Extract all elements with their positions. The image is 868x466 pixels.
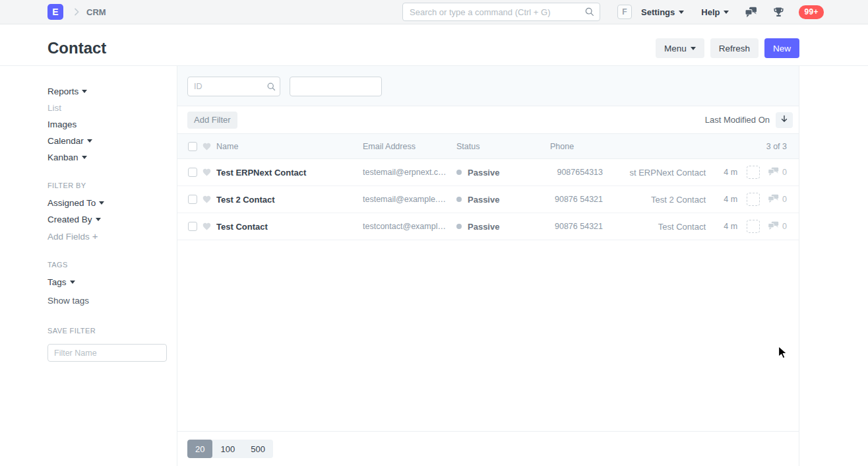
page-size-20[interactable]: 20	[187, 440, 212, 458]
status-dot-icon	[456, 224, 462, 229]
comment-count-group: 0	[768, 194, 787, 205]
heart-icon[interactable]	[202, 222, 212, 232]
add-fields-label: Add Fields	[47, 232, 90, 242]
calendar-label: Calendar	[47, 136, 84, 146]
page-size-500[interactable]: 500	[243, 440, 273, 458]
row-email: testemail@example.…	[363, 195, 450, 204]
sidebar-item-kanban[interactable]: Kanban	[47, 152, 168, 162]
tags-label: Tags	[47, 277, 67, 287]
row-checkbox[interactable]	[188, 195, 197, 204]
page-size-selector: 20 100 500	[187, 440, 273, 458]
add-fields-button[interactable]: Add Fields+	[47, 231, 168, 242]
save-filter-heading: SAVE FILTER	[47, 327, 168, 335]
chevron-down-icon	[679, 11, 684, 14]
sort-direction-button[interactable]	[776, 112, 793, 128]
page-size-100[interactable]: 100	[212, 440, 243, 458]
status-label: Passive	[468, 195, 499, 205]
row-name-link[interactable]: Test Contact	[216, 222, 363, 232]
row-modified-time: 4 m	[718, 222, 737, 231]
comment-count: 0	[782, 222, 787, 231]
chevron-down-icon	[99, 201, 104, 205]
help-menu[interactable]: Help	[701, 7, 729, 17]
navbar: E CRM F Settings Help 99+	[0, 0, 868, 24]
row-doc-title: st ERPNext Contact	[629, 168, 706, 178]
tags-heading: TAGS	[47, 261, 168, 269]
global-search[interactable]	[402, 3, 600, 21]
secondary-filter-input[interactable]	[290, 77, 382, 96]
page-actions: Menu Refresh New	[656, 38, 799, 58]
heart-icon[interactable]	[202, 195, 212, 205]
breadcrumb[interactable]: CRM	[86, 7, 106, 17]
comment-count: 0	[782, 168, 787, 177]
user-avatar[interactable]: F	[617, 5, 632, 19]
sidebar-item-assigned-to[interactable]: Assigned To	[47, 198, 168, 208]
row-meta: st ERPNext Contact 4 m 0	[629, 166, 799, 179]
sort-field-label[interactable]: Last Modified On	[705, 115, 770, 125]
sidebar-item-list[interactable]: List	[47, 103, 168, 113]
settings-menu[interactable]: Settings	[641, 7, 684, 17]
list-header-row: Name Email Address Status Phone 3 of 3	[177, 134, 799, 159]
record-count: 3 of 3	[766, 142, 799, 151]
status-dot-icon	[456, 197, 462, 202]
row-email: testemail@erpnext.c…	[363, 168, 450, 177]
row-meta: Test 2 Contact 4 m 0	[651, 193, 799, 206]
sidebar-item-images[interactable]: Images	[47, 119, 168, 129]
row-checkbox[interactable]	[188, 168, 197, 177]
status-dot-icon	[456, 170, 462, 175]
notification-badge[interactable]: 99+	[799, 5, 823, 19]
chevron-down-icon	[724, 11, 729, 14]
comment-bubbles-icon	[768, 167, 779, 178]
table-row[interactable]: Test Contact testcontact@exampl… Passive…	[177, 213, 799, 240]
column-header-phone[interactable]: Phone	[550, 142, 603, 151]
search-icon	[266, 82, 276, 94]
sidebar-item-created-by[interactable]: Created By	[47, 215, 168, 224]
comment-bubbles-icon	[768, 194, 779, 205]
sidebar-item-reports[interactable]: Reports	[47, 86, 168, 96]
refresh-button[interactable]: Refresh	[710, 38, 759, 58]
new-button[interactable]: New	[764, 38, 799, 58]
row-status: Passive	[456, 195, 550, 205]
chevron-down-icon	[70, 281, 75, 284]
row-doc-title: Test Contact	[658, 222, 706, 232]
chat-bubbles-icon[interactable]	[745, 7, 757, 18]
app-logo[interactable]: E	[47, 4, 63, 20]
navbar-right: F Settings Help 99+	[617, 0, 824, 24]
assign-add-box[interactable]	[747, 166, 760, 179]
row-name-link[interactable]: Test ERPNext Contact	[216, 168, 363, 178]
add-filter-button[interactable]: Add Filter	[187, 112, 237, 129]
refresh-label: Refresh	[719, 44, 750, 53]
new-label: New	[773, 44, 791, 53]
comment-count-group: 0	[768, 221, 787, 232]
search-input[interactable]	[402, 3, 600, 21]
column-header-email[interactable]: Email Address	[363, 142, 450, 151]
heart-icon[interactable]	[202, 168, 212, 178]
heart-icon[interactable]	[202, 141, 212, 151]
show-tags-button[interactable]: Show tags	[47, 296, 168, 306]
list-label: List	[47, 103, 61, 113]
table-row[interactable]: Test 2 Contact testemail@example.… Passi…	[177, 186, 799, 213]
list-rows: Test ERPNext Contact testemail@erpnext.c…	[177, 159, 799, 240]
chevron-down-icon	[691, 47, 696, 50]
reports-label: Reports	[47, 86, 78, 96]
column-header-status[interactable]: Status	[456, 142, 550, 151]
search-icon	[584, 7, 595, 20]
sidebar-item-calendar[interactable]: Calendar	[47, 136, 168, 146]
chevron-down-icon	[82, 156, 87, 159]
list-view: Add Filter Last Modified On Name Email A…	[177, 66, 799, 466]
row-modified-time: 4 m	[718, 195, 737, 204]
chevron-down-icon	[96, 218, 101, 221]
row-name-link[interactable]: Test 2 Contact	[216, 195, 363, 205]
sidebar-item-tags[interactable]: Tags	[47, 277, 168, 287]
standard-filter-section	[177, 66, 799, 106]
table-row[interactable]: Test ERPNext Contact testemail@erpnext.c…	[177, 159, 799, 186]
chevron-down-icon	[82, 90, 87, 93]
select-all-checkbox[interactable]	[188, 142, 197, 151]
filter-name-input[interactable]	[47, 344, 167, 362]
column-header-name[interactable]: Name	[216, 142, 363, 151]
row-status: Passive	[456, 222, 550, 232]
row-checkbox[interactable]	[188, 222, 197, 231]
trophy-icon[interactable]	[773, 7, 784, 18]
menu-button[interactable]: Menu	[656, 38, 704, 58]
assign-add-box[interactable]	[747, 193, 760, 206]
assign-add-box[interactable]	[747, 220, 760, 233]
